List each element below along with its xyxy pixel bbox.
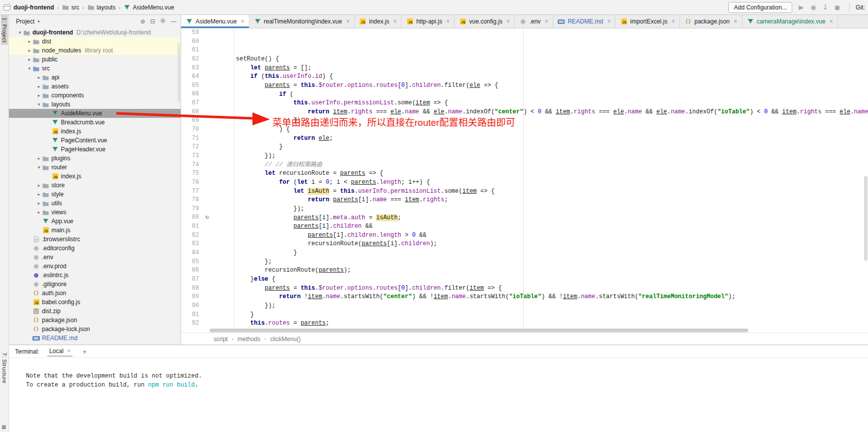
gutter-line-76[interactable]: 76	[181, 178, 234, 187]
new-terminal-button[interactable]: +	[80, 348, 88, 356]
close-icon[interactable]: ×	[734, 18, 737, 25]
chevron-down-icon[interactable]: ▾	[17, 30, 23, 35]
breadcrumb-item-layouts[interactable]: layouts	[87, 4, 116, 11]
code-area[interactable]: 5960616263646566676869707172737475767778…	[181, 28, 868, 328]
gutter-line-63[interactable]: 63	[181, 64, 234, 73]
code-line-63[interactable]: if (	[236, 90, 868, 99]
close-icon[interactable]: ×	[67, 348, 70, 355]
tree-item-main-js[interactable]: JSmain.js	[9, 226, 181, 235]
git-branch-widget[interactable]: Git:	[856, 4, 866, 11]
code-line-75[interactable]: return parents[i].name === item.rights;	[236, 196, 868, 205]
play-icon[interactable]: ▶	[795, 3, 807, 11]
code-line-86[interactable]: return !item.name.startsWith("center") &…	[236, 293, 868, 302]
tree-item-dist-zip[interactable]: dist.zip	[9, 307, 181, 316]
tree-item-editorconfig[interactable]: .editorconfig	[9, 244, 181, 253]
chevron-down-icon[interactable]: ▾	[36, 102, 42, 107]
chevron-right-icon[interactable]: ▸	[36, 201, 42, 206]
code-line-64[interactable]: this.userInfo.permissionList.some(item =…	[236, 99, 868, 108]
gutter-line-62[interactable]: 62	[181, 55, 234, 64]
tree-item-layouts[interactable]: ▾layouts	[9, 100, 181, 109]
tree-item-api[interactable]: ▸api	[9, 73, 181, 82]
debug-icon[interactable]: ◉	[807, 3, 819, 11]
gutter-line-85[interactable]: 85	[181, 258, 234, 267]
chevron-right-icon[interactable]: ▸	[36, 192, 42, 197]
gutter-line-66[interactable]: 66	[181, 90, 234, 99]
tool-window-button-project[interactable]: 1: Project	[1, 15, 8, 45]
add-configuration-button[interactable]: Add Configuration...	[728, 2, 792, 13]
gutter-line-72[interactable]: 72	[181, 143, 234, 152]
code-line-66[interactable]: })	[236, 116, 868, 125]
tree-item-pageheader-vue[interactable]: PageHeader.vue	[9, 145, 181, 154]
code-line-59[interactable]: setRoute() {	[236, 55, 868, 64]
gutter-line-73[interactable]: 73	[181, 152, 234, 161]
close-icon[interactable]: ×	[346, 18, 350, 25]
tree-item-breadcrumb-vue[interactable]: Breadcrumb.vue	[9, 118, 181, 127]
tree-item-plugins[interactable]: ▸plugins	[9, 154, 181, 163]
stop-icon[interactable]: ◼	[831, 3, 843, 11]
tree-item-public[interactable]: ▸public	[9, 55, 181, 64]
tab-env[interactable]: .env×	[515, 15, 553, 28]
tree-item-browserslistrc[interactable]: .browserslistrc	[9, 235, 181, 244]
chevron-down-icon[interactable]: ▾	[26, 66, 32, 71]
hide-icon[interactable]: —	[171, 18, 177, 25]
code-line-85[interactable]: parents = this.$router.options.routes[0]…	[236, 284, 868, 293]
breadcrumb-item-duoji-frontend[interactable]: duoji-frontend	[13, 4, 54, 11]
tree-item-index-js[interactable]: JSindex.js	[9, 127, 181, 136]
code-line-62[interactable]: parents = this.$router.options.routes[0]…	[236, 81, 868, 90]
code-line-76[interactable]: });	[236, 205, 868, 214]
tree-item-env[interactable]: .env	[9, 253, 181, 262]
gutter-line-68[interactable]: 68	[181, 108, 234, 117]
tab-cameramanage-index-vue[interactable]: cameraManage\index.vue×	[742, 15, 838, 28]
code-line-68[interactable]: return ele;	[236, 134, 868, 143]
gutter-line-61[interactable]: 61	[181, 46, 234, 55]
editor-breadcrumb-item-script[interactable]: script	[214, 336, 228, 343]
code-line-77[interactable]: parents[i].meta.auth = isAuth;	[236, 214, 868, 223]
chevron-right-icon[interactable]: ▸	[36, 84, 42, 89]
update-icon[interactable]: ↧	[819, 3, 831, 11]
gear-icon[interactable]	[160, 18, 166, 25]
tree-item-store[interactable]: ▸store	[9, 181, 181, 190]
chevron-right-icon[interactable]: ▸	[36, 183, 42, 188]
gutter-line-75[interactable]: 75	[181, 169, 234, 178]
code-lines[interactable]: setRoute() { let parents = []; if (this.…	[234, 28, 868, 328]
gutter-line-74[interactable]: 74	[181, 161, 234, 170]
tool-window-button-structure[interactable]: 7: Structure	[1, 350, 8, 386]
gutter-line-87[interactable]: 87	[181, 275, 234, 284]
project-view-selector[interactable]: Project	[16, 18, 34, 25]
code-line-88[interactable]: }	[236, 311, 868, 320]
tool-window-switcher-icon[interactable]: ▦	[1, 424, 6, 430]
horizontal-scrollbar-thumb[interactable]	[210, 329, 748, 332]
tree-item-src[interactable]: ▾src	[9, 64, 181, 73]
code-line-60[interactable]: let parents = [];	[236, 64, 868, 73]
chevron-right-icon[interactable]: ▸	[36, 93, 42, 98]
tab-vue-config-js[interactable]: JSvue.config.js×	[454, 15, 515, 28]
tab-importexcel-js[interactable]: JSimportExcel.js×	[616, 15, 680, 28]
gutter-line-90[interactable]: 90	[181, 302, 234, 311]
gutter-line-79[interactable]: 79	[181, 205, 234, 214]
close-icon[interactable]: ×	[830, 18, 833, 25]
tree-item-asidemenu-vue[interactable]: AsideMenu.vue	[9, 109, 181, 118]
chevron-right-icon[interactable]: ▸	[26, 48, 32, 53]
code-line-80[interactable]: recursionRoute(parents[i].children);	[236, 240, 868, 249]
tree-item-app-vue[interactable]: App.vue	[9, 217, 181, 226]
tree-item-package-lock-json[interactable]: {}package-lock.json	[9, 325, 181, 334]
tree-item-duoji-frontend[interactable]: ▾duoji-frontendD:\zheheWeb\duoji-fronten…	[9, 28, 181, 37]
close-icon[interactable]: ×	[607, 18, 611, 25]
code-line-82[interactable]: };	[236, 258, 868, 267]
gutter-line-92[interactable]: 92	[181, 319, 234, 328]
tab-realtimemonitoring-index-vue[interactable]: realTimeMonitoring\index.vue×	[249, 15, 355, 28]
gutter-line-82[interactable]: 82	[181, 231, 234, 240]
tree-item-pagecontent-vue[interactable]: PageContent.vue	[9, 136, 181, 145]
tree-item-dist[interactable]: ▸dist	[9, 37, 181, 46]
tree-item-env-prod[interactable]: .env.prod	[9, 262, 181, 271]
chevron-right-icon[interactable]: ▸	[26, 57, 32, 62]
close-icon[interactable]: ×	[393, 18, 397, 25]
code-line-65[interactable]: return item.rights === ele.name && ele.n…	[236, 108, 868, 117]
gutter-line-81[interactable]: 81	[181, 222, 234, 231]
tab-index-js[interactable]: JSindex.js×	[355, 15, 402, 28]
code-line-72[interactable]: let recursionRoute = parents => {	[236, 169, 868, 178]
editor-vertical-scrollbar[interactable]	[864, 176, 868, 261]
close-icon[interactable]: ×	[446, 18, 449, 25]
chevron-right-icon[interactable]: ▸	[36, 156, 42, 161]
code-line-81[interactable]: }	[236, 249, 868, 258]
